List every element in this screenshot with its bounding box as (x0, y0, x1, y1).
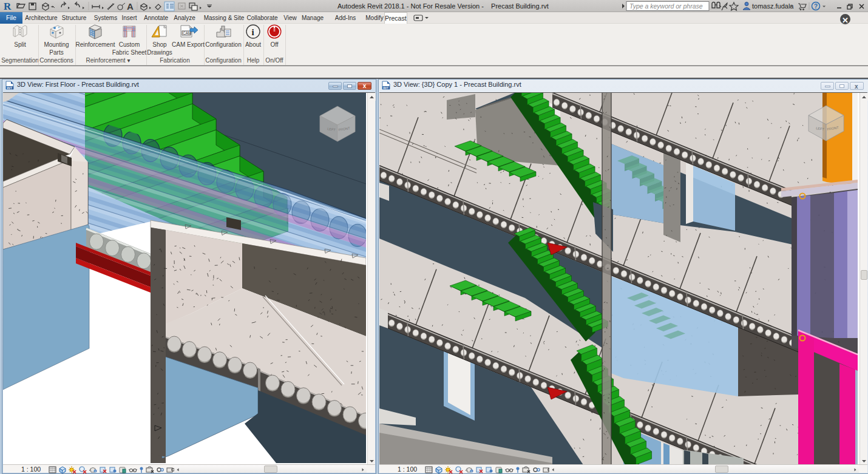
svg-text:?: ? (814, 3, 818, 10)
svg-text:A: A (127, 1, 134, 12)
svg-text:RVT: RVT (383, 87, 388, 90)
svg-text:tomasz.fudala: tomasz.fudala (752, 2, 794, 10)
svg-text:RVT: RVT (7, 87, 12, 90)
svg-text:Type a keyword or phrase: Type a keyword or phrase (629, 2, 703, 10)
svg-text:R: R (4, 1, 12, 12)
